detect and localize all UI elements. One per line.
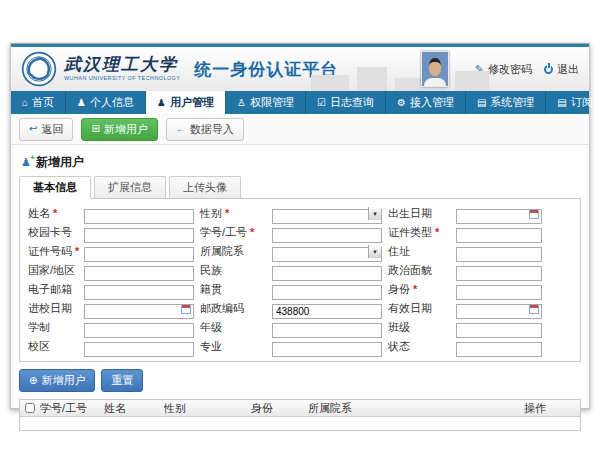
content-area: ♟+ 新增用户 基本信息扩展信息上传头像 姓名*性别*▼出生日期校园卡号学号/工… bbox=[11, 145, 589, 437]
ethnicity-input[interactable] bbox=[272, 266, 382, 281]
identity-label: 身份* bbox=[388, 282, 450, 297]
identity-input[interactable] bbox=[456, 285, 542, 300]
nav-item-label: 接入管理 bbox=[410, 95, 454, 110]
status-input[interactable] bbox=[456, 342, 542, 357]
data-import-button[interactable]: ← 数据导入 bbox=[166, 118, 244, 141]
users-icon: ♟ bbox=[157, 97, 166, 108]
tab-basic-info[interactable]: 基本信息 bbox=[19, 176, 91, 199]
nav-item-user-management[interactable]: ♟用户管理 bbox=[146, 91, 226, 114]
native-place-label: 籍贯 bbox=[200, 282, 266, 297]
tab-upload-avatar[interactable]: 上传头像 bbox=[169, 176, 241, 198]
calendar-icon[interactable] bbox=[529, 209, 539, 219]
department-input[interactable] bbox=[272, 247, 382, 262]
back-arrow-icon: ↩ bbox=[29, 124, 37, 134]
name-input[interactable] bbox=[84, 209, 194, 224]
required-marker: * bbox=[413, 283, 417, 295]
field-label-text: 籍贯 bbox=[200, 283, 222, 295]
field-label-text: 政治面貌 bbox=[388, 264, 432, 276]
reset-button-label: 重置 bbox=[111, 373, 133, 388]
form-tabs: 基本信息扩展信息上传头像 bbox=[19, 176, 581, 198]
email-input[interactable] bbox=[84, 285, 194, 300]
plus-circle-icon: ⊕ bbox=[29, 376, 37, 386]
form-grid: 姓名*性别*▼出生日期校园卡号学号/工号*证件类型*证件号码*所属院系▼住址国家… bbox=[28, 206, 572, 354]
id-number-input[interactable] bbox=[84, 247, 194, 262]
class-field bbox=[456, 320, 542, 335]
nav-item-log-query[interactable]: ☑日志查询 bbox=[306, 91, 386, 114]
email-field bbox=[84, 282, 194, 297]
gender-input[interactable] bbox=[272, 209, 382, 224]
home-icon: ⌂ bbox=[22, 97, 28, 108]
student-id-input[interactable] bbox=[272, 228, 382, 243]
postal-code-input[interactable] bbox=[272, 304, 382, 319]
add-user-button[interactable]: ⊞ 新增用户 bbox=[81, 118, 157, 141]
birth-date-field bbox=[456, 206, 542, 221]
submit-add-user-label: 新增用户 bbox=[41, 373, 85, 388]
building-silhouette bbox=[311, 65, 511, 91]
entry-date-input[interactable] bbox=[84, 304, 194, 319]
campus-input[interactable] bbox=[84, 342, 194, 357]
political-status-input[interactable] bbox=[456, 266, 542, 281]
nav-item-label: 权限管理 bbox=[250, 95, 294, 110]
nav-item-subscription-management[interactable]: ▤订阅管理 bbox=[546, 91, 600, 114]
political-status-field bbox=[456, 263, 542, 278]
section-header: ♟+ 新增用户 bbox=[19, 151, 581, 171]
required-marker: * bbox=[250, 226, 254, 238]
required-marker: * bbox=[75, 245, 79, 257]
university-logo-icon bbox=[21, 51, 57, 87]
nav-item-system-management[interactable]: ▤系统管理 bbox=[466, 91, 546, 114]
calendar-icon[interactable] bbox=[529, 304, 539, 314]
education-length-input[interactable] bbox=[84, 323, 194, 338]
column-header-4: 所属院系 bbox=[308, 401, 524, 416]
tab-extended-info[interactable]: 扩展信息 bbox=[94, 176, 166, 198]
grade-input[interactable] bbox=[272, 323, 382, 338]
dropdown-arrow-icon[interactable]: ▼ bbox=[368, 207, 381, 220]
nav-item-personal-info[interactable]: ♟个人信息 bbox=[66, 91, 146, 114]
field-label-text: 学制 bbox=[28, 321, 50, 333]
major-input[interactable] bbox=[272, 342, 382, 357]
required-marker: * bbox=[225, 207, 229, 219]
address-input[interactable] bbox=[456, 247, 542, 262]
field-label-text: 校区 bbox=[28, 340, 50, 352]
calendar-icon[interactable] bbox=[181, 304, 191, 314]
select-all-checkbox[interactable] bbox=[25, 403, 35, 413]
field-label-text: 出生日期 bbox=[388, 207, 432, 219]
add-user-button-label: 新增用户 bbox=[104, 122, 148, 137]
back-button[interactable]: ↩ 返回 bbox=[19, 118, 73, 141]
campus-card-no-input[interactable] bbox=[84, 228, 194, 243]
student-id-label: 学号/工号* bbox=[200, 225, 266, 240]
id-type-input[interactable] bbox=[456, 228, 542, 243]
native-place-input[interactable] bbox=[272, 285, 382, 300]
university-name-block: 武汉理工大学 WUHAN UNIVERSITY OF TECHNOLOGY bbox=[64, 56, 180, 82]
column-header-2: 性别 bbox=[164, 401, 251, 416]
required-marker: * bbox=[53, 207, 57, 219]
nav-item-label: 首页 bbox=[32, 95, 54, 110]
field-label-text: 校园卡号 bbox=[28, 226, 72, 238]
education-length-label: 学制 bbox=[28, 320, 78, 335]
logout-link[interactable]: 退出 bbox=[544, 62, 579, 77]
nav-item-permission-management[interactable]: ♙权限管理 bbox=[226, 91, 306, 114]
nav-item-label: 订阅管理 bbox=[571, 95, 600, 110]
submit-add-user-button[interactable]: ⊕ 新增用户 bbox=[19, 369, 95, 392]
dropdown-arrow-icon[interactable]: ▼ bbox=[368, 245, 381, 258]
form-actions: ⊕ 新增用户 重置 bbox=[19, 369, 581, 392]
field-label-text: 证件号码 bbox=[28, 245, 72, 257]
id-number-label: 证件号码* bbox=[28, 244, 78, 259]
nav-item-home[interactable]: ⌂首页 bbox=[11, 91, 66, 114]
table-empty-row bbox=[20, 417, 580, 430]
building-shape bbox=[455, 71, 489, 91]
country-region-input[interactable] bbox=[84, 266, 194, 281]
country-region-label: 国家/地区 bbox=[28, 263, 78, 278]
id-type-field bbox=[456, 225, 542, 240]
class-input[interactable] bbox=[456, 323, 542, 338]
valid-date-label: 有效日期 bbox=[388, 301, 450, 316]
user-avatar[interactable] bbox=[421, 51, 449, 87]
nav-item-access-management[interactable]: ⚙接入管理 bbox=[386, 91, 466, 114]
gender-label: 性别* bbox=[200, 206, 266, 221]
email-label: 电子邮箱 bbox=[28, 282, 78, 297]
identity-field bbox=[456, 282, 542, 297]
reset-button[interactable]: 重置 bbox=[101, 369, 143, 392]
grade-label: 年级 bbox=[200, 320, 266, 335]
user-icon: ♟ bbox=[77, 97, 86, 108]
tab-label: 扩展信息 bbox=[108, 181, 152, 193]
select-all-cell bbox=[20, 403, 40, 413]
